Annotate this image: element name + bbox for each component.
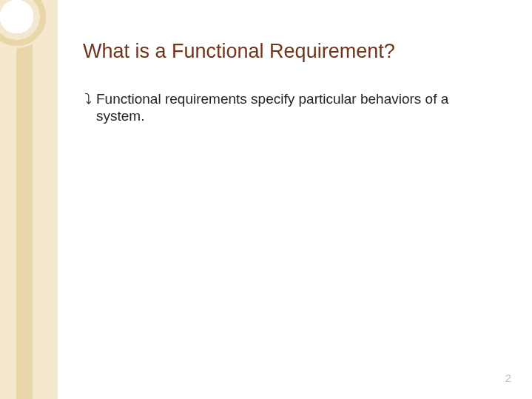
page-number: 2 <box>505 372 511 384</box>
left-decorative-band <box>0 0 58 399</box>
bullet-item: ⤵ Functional requirements specify partic… <box>84 90 488 124</box>
bullet-glyph-icon: ⤵ <box>84 91 92 108</box>
slide-title: What is a Functional Requirement? <box>83 40 395 63</box>
bullet-text: Functional requirements specify particul… <box>96 90 488 124</box>
